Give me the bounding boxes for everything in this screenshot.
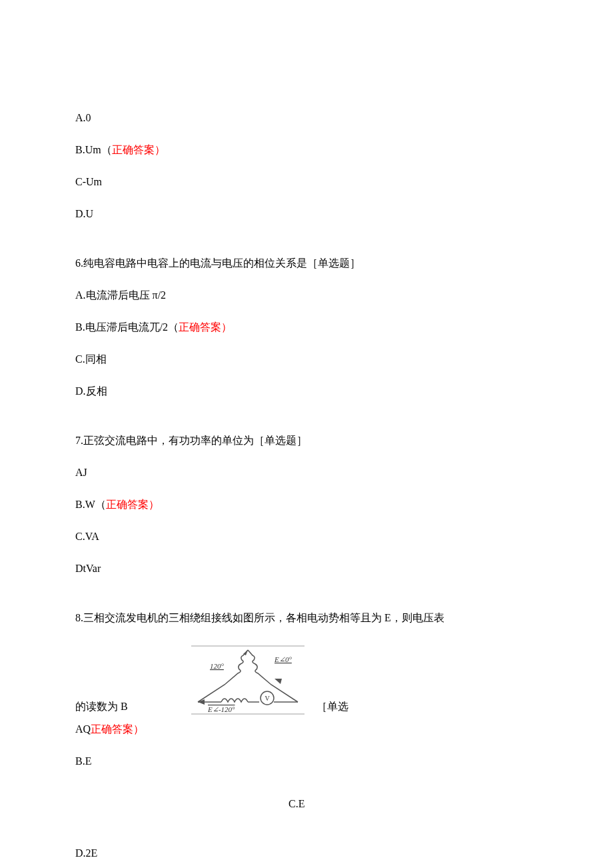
voltmeter-label: V — [265, 695, 270, 702]
correct-answer-label: 正确答案） — [91, 723, 144, 735]
correct-answer-label: 正确答案） — [179, 321, 232, 333]
q6-option-d: D.反相 — [75, 383, 538, 399]
q6-option-a: A.电流滞后电压 π/2 — [75, 287, 538, 303]
q8-option-d-text: D.2E — [75, 847, 97, 859]
q7-option-b-prefix: B.W（ — [75, 499, 106, 510]
three-phase-delta-figure: V 120° E∠0° E∠-120° — [185, 642, 311, 719]
q5-option-b: B.Um（正确答案） — [75, 142, 538, 158]
q6-stem-text: 6.纯电容电路中电容上的电流与电压的相位关系是［单选题］ — [75, 257, 360, 269]
q8-option-b-text: B.E — [75, 755, 91, 767]
q6-option-b-prefix: B.电压滞后电流兀/2（ — [75, 321, 179, 333]
fig-left-label: 120° — [210, 662, 225, 670]
fig-bottom-label: E∠-120° — [207, 705, 235, 713]
q7-option-c-text: C.VA — [75, 531, 99, 542]
q8-option-a-prefix: AQ — [75, 723, 91, 735]
q8-stem-text: 8.三相交流发电机的三相绕组接线如图所示，各相电动势相等且为 E，则电压表 — [75, 612, 444, 623]
q7-option-d-text: DtVar — [75, 563, 101, 574]
q5-option-d-text: D.U — [75, 208, 93, 219]
q5-option-b-prefix: B.Um（ — [75, 144, 112, 155]
q5-option-c: C-Um — [75, 174, 538, 190]
q7-stem-text: 7.正弦交流电路中，有功功率的单位为［单选题］ — [75, 435, 307, 446]
q7-option-c: C.VA — [75, 529, 538, 545]
q8-option-d: D.2E — [75, 845, 538, 861]
q8-option-b: B.E — [75, 753, 538, 769]
q6-option-d-text: D.反相 — [75, 385, 107, 397]
q7-stem: 7.正弦交流电路中，有功功率的单位为［单选题］ — [75, 433, 538, 449]
q8-stem-suffix-prefix: 的读数为 B — [75, 699, 128, 719]
correct-answer-label: 正确答案） — [106, 499, 159, 510]
q5-option-a-text: A.0 — [75, 112, 91, 123]
q6-stem: 6.纯电容电路中电容上的电流与电压的相位关系是［单选题］ — [75, 255, 538, 271]
q7-option-a: AJ — [75, 465, 538, 481]
q8-figure-row: 的读数为 B V 120 — [75, 642, 538, 719]
svg-marker-3 — [275, 679, 282, 684]
q5-option-c-text: C-Um — [75, 176, 102, 187]
q6-option-a-text: A.电流滞后电压 π/2 — [75, 289, 166, 301]
delta-circuit-svg: V 120° E∠0° E∠-120° — [185, 642, 311, 719]
q5-option-d: D.U — [75, 206, 538, 222]
correct-answer-label: 正确答案） — [112, 144, 165, 155]
fig-right-label: E∠0° — [274, 655, 292, 663]
q7-option-b: B.W（正确答案） — [75, 497, 538, 513]
q7-option-a-text: AJ — [75, 467, 87, 478]
q6-option-b: B.电压滞后电流兀/2（正确答案） — [75, 319, 538, 335]
q8-option-c: C.E — [289, 796, 538, 812]
q7-option-d: DtVar — [75, 561, 538, 577]
q6-option-c-text: C.同相 — [75, 353, 107, 365]
q5-option-a: A.0 — [75, 110, 538, 126]
q8-stem: 8.三相交流发电机的三相绕组接线如图所示，各相电动势相等且为 E，则电压表 — [75, 610, 538, 626]
q8-option-a: AQ正确答案） — [75, 721, 538, 737]
q6-option-c: C.同相 — [75, 351, 538, 367]
q8-stem-suffix-after: ［单选 — [316, 699, 348, 719]
q8-option-c-text: C.E — [289, 798, 305, 809]
